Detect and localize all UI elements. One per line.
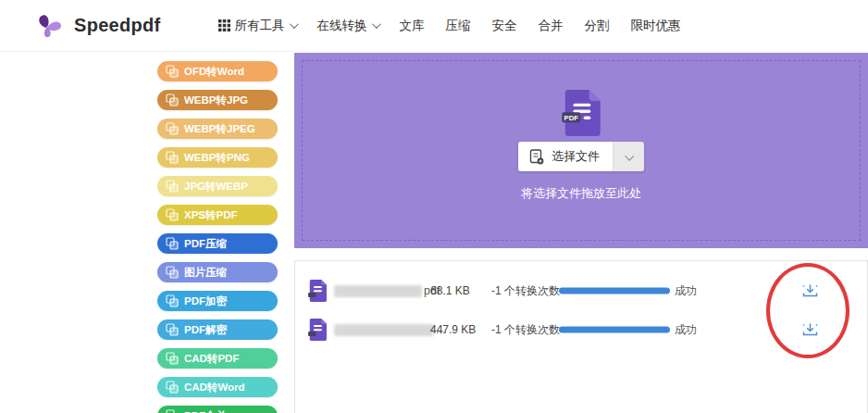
sidebar-item-cad-to-pdf[interactable]: CAD转PDF [157, 348, 278, 369]
main-nav: 所有工具 在线转换 文库 压缩 安全 合并 分割 限时优惠 [218, 18, 681, 34]
conversion-count: -1 个转换次数 [491, 322, 560, 338]
pdf-file-icon [308, 319, 327, 341]
sidebar-item-webp-to-png[interactable]: WEBP转PNG [157, 147, 278, 168]
sidebar-item-ofd-to-word[interactable]: OFD转Word [157, 61, 278, 81]
pdf-file-icon [308, 280, 327, 302]
xps-to-pdf-icon [166, 208, 179, 221]
sidebar-item-pdf-encrypt[interactable]: PDF加密 [157, 291, 278, 311]
pdf-decrypt-icon [166, 323, 179, 336]
header: Speedpdf 所有工具 在线转换 文库 压缩 安全 合并 分割 限时优惠 [0, 0, 868, 52]
webp-to-jpeg-icon [166, 122, 179, 135]
jpg-to-webp-icon [166, 180, 179, 193]
nav-merge[interactable]: 合并 [539, 18, 564, 34]
file-size: 68.1 KB [430, 284, 470, 297]
chevron-down-icon [371, 19, 380, 29]
chevron-down-icon [625, 151, 634, 160]
nav-limited-offer[interactable]: 限时优惠 [631, 18, 681, 34]
download-icon[interactable] [802, 283, 818, 298]
nav-security[interactable]: 安全 [492, 18, 517, 34]
status-text: 成功 [675, 283, 697, 299]
page: Speedpdf 所有工具 在线转换 文库 压缩 安全 合并 分割 限时优惠 [0, 0, 868, 413]
sidebar-item-pdf-decrypt[interactable]: PDF解密 [157, 319, 278, 340]
choose-file-label: 选择文件 [552, 148, 600, 165]
choose-file-dropdown[interactable] [613, 142, 644, 171]
chevron-down-icon [289, 19, 298, 29]
webp-to-jpg-icon [166, 94, 179, 106]
cad-to-pdf-icon [166, 352, 179, 365]
progress-bar [559, 288, 670, 294]
butterfly-logo-icon [33, 10, 65, 42]
sidebar: OFD转WordWEBP转JPGWEBP转JPEGWEBP转PNGJPG转WEB… [157, 61, 278, 413]
sidebar-item-pdf-compress[interactable]: PDF压缩 [157, 233, 278, 254]
pdf-compress-icon [166, 237, 179, 250]
choose-file-main[interactable]: 选择文件 [518, 142, 613, 171]
sidebar-item-image-compress[interactable]: 图片压缩 [157, 262, 278, 282]
webp-to-png-icon [166, 151, 179, 164]
upload-dropzone[interactable]: PDF 选择文件 将选 [294, 53, 868, 248]
nav-all-tools[interactable]: 所有工具 [218, 18, 296, 34]
pdf-merge-icon [166, 409, 179, 413]
logo-text: Speedpdf [74, 15, 161, 36]
download-icon[interactable] [802, 322, 818, 337]
file-size: 447.9 KB [430, 323, 476, 336]
table-row: ...447.9 KB-1 个转换次数成功 [295, 317, 867, 343]
cad-to-word-icon [166, 381, 179, 394]
logo[interactable]: Speedpdf [33, 10, 161, 42]
file-plus-icon [529, 149, 544, 165]
sidebar-item-webp-to-jpeg[interactable]: WEBP转JPEG [157, 119, 278, 139]
drop-hint-text: 将选择文件拖放至此处 [294, 185, 868, 202]
nav-split[interactable]: 分割 [585, 18, 610, 34]
file-list-panel: pdf68.1 KB-1 个转换次数成功...447.9 KB-1 个转换次数成… [294, 260, 868, 413]
redacted-filename [334, 324, 434, 336]
conversion-count: -1 个转换次数 [491, 283, 560, 299]
table-row: pdf68.1 KB-1 个转换次数成功 [295, 278, 867, 304]
choose-file-button[interactable]: 选择文件 [518, 142, 644, 171]
nav-library[interactable]: 文库 [400, 18, 425, 34]
sidebar-item-cad-to-word[interactable]: CAD转Word [157, 377, 278, 397]
nav-online-convert[interactable]: 在线转换 [317, 18, 378, 34]
pdf-encrypt-icon [166, 294, 179, 307]
file-name: pdf [334, 284, 440, 297]
nav-compress[interactable]: 压缩 [446, 18, 471, 34]
sidebar-item-webp-to-jpg[interactable]: WEBP转JPG [157, 90, 278, 110]
redacted-filename [334, 285, 422, 297]
ofd-to-word-icon [166, 65, 179, 78]
sidebar-item-pdf-merge[interactable]: PDF合并 [157, 406, 278, 413]
pdf-file-icon: PDF [562, 90, 601, 136]
progress-bar [559, 327, 670, 333]
sidebar-item-xps-to-pdf[interactable]: XPS转PDF [157, 205, 278, 225]
sidebar-item-jpg-to-webp[interactable]: JPG转WEBP [157, 176, 278, 196]
file-name: ... [334, 323, 445, 336]
nav-label: 所有工具 [235, 18, 285, 34]
grid-icon [218, 19, 230, 31]
svg-text:PDF: PDF [564, 114, 578, 122]
nav-label: 在线转换 [317, 18, 367, 34]
image-compress-icon [166, 266, 179, 279]
status-text: 成功 [675, 322, 697, 338]
